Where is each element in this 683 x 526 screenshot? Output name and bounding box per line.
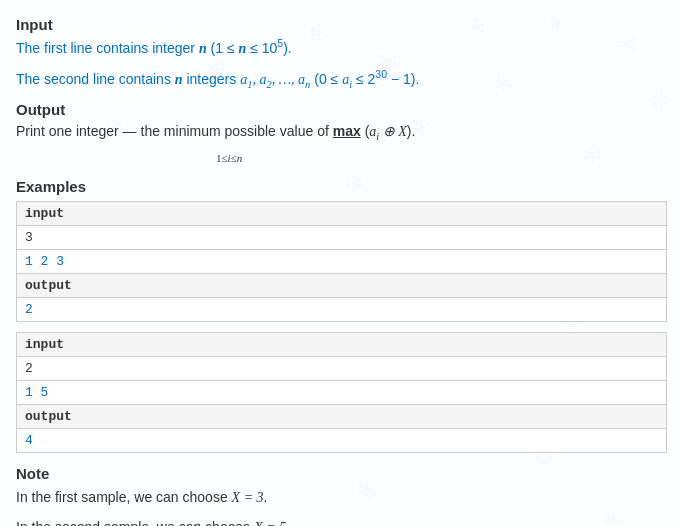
input-title: Input <box>16 16 667 33</box>
max-keyword: max <box>333 123 361 139</box>
input-line1: The first line contains integer n (1 ≤ n… <box>16 35 667 60</box>
example2-output-data: 4 <box>17 429 666 452</box>
example1-input-data2: 1 2 3 <box>17 250 666 274</box>
output-title: Output <box>16 101 667 118</box>
note-line2: In the second sample, we can choose X = … <box>16 516 667 526</box>
variable-n3: n <box>175 72 183 87</box>
note-x2: X = 5 <box>254 520 286 526</box>
example2-input-data2: 1 5 <box>17 381 666 405</box>
variable-a: a1, a2, …, an <box>240 72 310 87</box>
variable-n: n <box>199 41 207 56</box>
example2-output-label: output <box>17 405 666 429</box>
examples-title: Examples <box>16 178 667 195</box>
input-line2: The second line contains n integers a1, … <box>16 66 667 93</box>
example2-block: input 2 1 5 output 4 <box>16 332 667 453</box>
subscript-label: 1≤i≤n <box>216 152 242 164</box>
note-line1: In the first sample, we can choose X = 3… <box>16 486 667 509</box>
example1-input-label: input <box>17 202 666 226</box>
output-formula: ai ⊕ X <box>369 124 406 139</box>
note-title: Note <box>16 465 667 482</box>
example1-output-label: output <box>17 274 666 298</box>
variable-ai: ai <box>342 72 352 87</box>
example1-block: input 3 1 2 3 output 2 <box>16 201 667 322</box>
example2-input-label: input <box>17 333 666 357</box>
example1-input-data1: 3 <box>17 226 666 250</box>
example1-output-data: 2 <box>17 298 666 321</box>
output-line: Print one integer — the minimum possible… <box>16 120 667 168</box>
note-x1: X = 3 <box>232 490 264 505</box>
main-content: Input The first line contains integer n … <box>0 0 683 526</box>
variable-n2: n <box>238 41 246 56</box>
example2-input-data1: 2 <box>17 357 666 381</box>
